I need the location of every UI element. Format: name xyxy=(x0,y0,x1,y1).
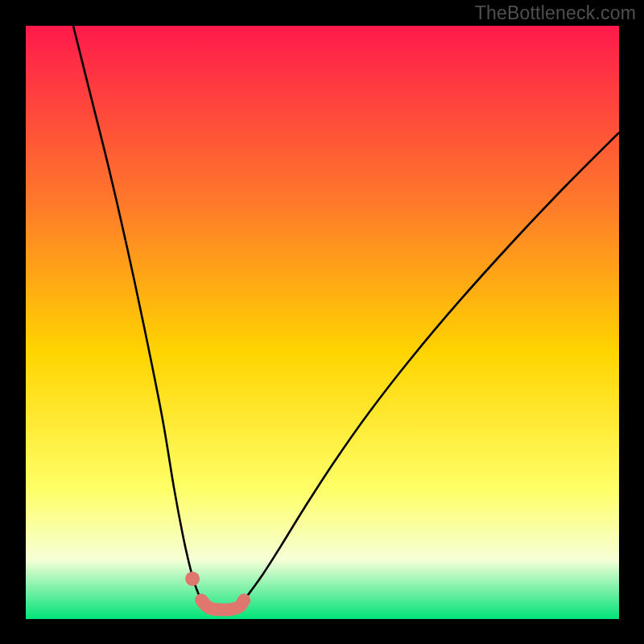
chart-svg xyxy=(26,26,619,619)
chart-frame: TheBottleneck.com xyxy=(0,0,644,644)
watermark-text: TheBottleneck.com xyxy=(475,2,636,24)
plot-area xyxy=(26,26,619,619)
gradient-background xyxy=(26,26,619,619)
left-dot-marker xyxy=(185,572,200,586)
